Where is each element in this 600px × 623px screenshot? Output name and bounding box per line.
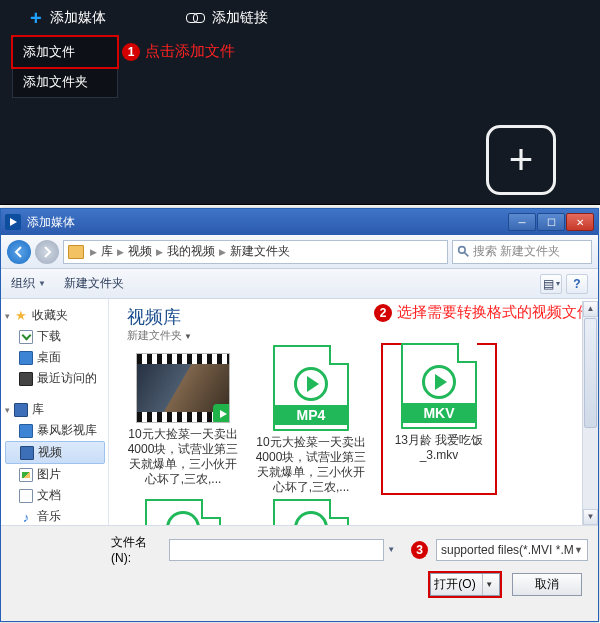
- file-name: 10元大捡菜一天卖出4000块，试营业第三天就爆单，三小伙开心坏了,三农,...: [127, 427, 239, 487]
- back-button[interactable]: [7, 240, 31, 264]
- video-icon: [20, 446, 34, 460]
- annot2-text: 选择需要转换格式的视频文件: [397, 303, 592, 322]
- svg-point-1: [459, 247, 466, 254]
- sidebar-documents[interactable]: 文档: [5, 485, 108, 506]
- bc-folder[interactable]: 新建文件夹: [230, 243, 290, 260]
- badge-1: 1: [122, 43, 140, 61]
- scroll-down-button[interactable]: ▼: [583, 509, 598, 525]
- view-mode-button[interactable]: ▤▾: [540, 274, 562, 294]
- video-file-icon[interactable]: [145, 499, 221, 525]
- bc-lib[interactable]: 库: [101, 243, 113, 260]
- filetype-select[interactable]: supported files(*.MVI *.M ▼: [436, 539, 588, 561]
- filename-input[interactable]: [169, 539, 384, 561]
- breadcrumb[interactable]: ▶ 库 ▶ 视频 ▶ 我的视频 ▶ 新建文件夹: [63, 240, 448, 264]
- forward-button: [35, 240, 59, 264]
- link-icon: [186, 12, 204, 24]
- sidebar-music[interactable]: ♪音乐: [5, 506, 108, 525]
- scroll-up-button[interactable]: ▲: [583, 301, 598, 317]
- bc-myvideo[interactable]: 我的视频: [167, 243, 215, 260]
- chevron-right-icon: ▶: [88, 247, 99, 257]
- big-add-tile[interactable]: +: [486, 125, 556, 195]
- library-subtitle: 新建文件夹▼: [127, 328, 588, 343]
- help-button[interactable]: ?: [566, 274, 588, 294]
- video-file-icon: MP4: [273, 345, 349, 431]
- chevron-down-icon: ▼: [184, 332, 192, 341]
- dialog-footer: 文件名(N): ▼ 3 supported files(*.MVI *.M ▼ …: [1, 525, 598, 621]
- format-badge: MP4: [275, 405, 347, 425]
- close-button[interactable]: ✕: [566, 213, 594, 231]
- play-icon: [213, 404, 230, 423]
- file-item-selected[interactable]: MKV 13月龄 我爱吃饭_3.mkv: [383, 353, 495, 495]
- sidebar: ▾★收藏夹 下载 桌面 最近访问的 ▾库 暴风影视库 视频 图片 文档 ♪音乐: [1, 299, 109, 525]
- sidebar-video[interactable]: 视频: [5, 441, 105, 464]
- search-placeholder: 搜索 新建文件夹: [473, 243, 560, 260]
- pictures-icon: [19, 468, 33, 482]
- svg-marker-3: [220, 410, 227, 418]
- documents-icon: [19, 489, 33, 503]
- chevron-down-icon: ▾: [5, 311, 10, 321]
- chevron-right-icon: ▶: [217, 247, 228, 257]
- annotation-step2: 2 选择需要转换格式的视频文件: [374, 303, 592, 322]
- sidebar-baofeng[interactable]: 暴风影视库: [5, 420, 108, 441]
- file-dialog: 添加媒体 ─ ☐ ✕ ▶ 库 ▶ 视频 ▶ 我的视频 ▶ 新建文件夹 搜索 新建…: [0, 208, 599, 622]
- annotation-step1: 1 点击添加文件: [122, 42, 235, 61]
- add-media-button[interactable]: + 添加媒体: [30, 9, 106, 27]
- chevron-right-icon: ▶: [115, 247, 126, 257]
- search-input[interactable]: 搜索 新建文件夹: [452, 240, 592, 264]
- annot1-text: 点击添加文件: [145, 42, 235, 61]
- chevron-down-icon[interactable]: ▼: [387, 545, 395, 554]
- filename-label: 文件名(N):: [111, 534, 163, 565]
- badge-2: 2: [374, 304, 392, 322]
- file-list-pane: 视频库 新建文件夹▼ 2 选择需要转换格式的视频文件 10元大捡菜一天卖出400…: [109, 299, 598, 525]
- title-bar: 添加媒体 ─ ☐ ✕: [1, 209, 598, 235]
- scrollbar[interactable]: ▲ ▼: [582, 301, 598, 525]
- dialog-body: ▾★收藏夹 下载 桌面 最近访问的 ▾库 暴风影视库 视频 图片 文档 ♪音乐 …: [1, 299, 598, 525]
- library-icon: [14, 403, 28, 417]
- chevron-right-icon: ▶: [154, 247, 165, 257]
- svg-line-2: [464, 252, 468, 256]
- file-name: 10元大捡菜一天卖出4000块，试营业第三天就爆单，三小伙开心坏了,三农,...: [255, 435, 367, 495]
- file-list: 10元大捡菜一天卖出4000块，试营业第三天就爆单，三小伙开心坏了,三农,...…: [127, 353, 588, 495]
- play-icon: [294, 367, 328, 401]
- scroll-thumb[interactable]: [584, 318, 597, 428]
- open-button[interactable]: 打开(O) ▼: [430, 573, 500, 596]
- format-badge: MKV: [403, 403, 475, 423]
- add-link-button[interactable]: 添加链接: [186, 9, 268, 27]
- file-list-row2: [127, 499, 588, 525]
- chevron-down-icon[interactable]: ▼: [482, 574, 496, 595]
- app-toolbar: + 添加媒体 添加链接: [0, 0, 600, 36]
- video-file-icon: MKV: [401, 343, 477, 429]
- folder-icon: [68, 245, 84, 259]
- search-icon: [457, 245, 470, 258]
- toolbar: 组织 ▼ 新建文件夹 ▤▾ ?: [1, 269, 598, 299]
- dialog-title: 添加媒体: [27, 214, 75, 231]
- sidebar-recent[interactable]: 最近访问的: [5, 368, 108, 389]
- desktop-icon: [19, 351, 33, 365]
- download-icon: [19, 330, 33, 344]
- file-item[interactable]: MP4 10元大捡菜一天卖出4000块，试营业第三天就爆单，三小伙开心坏了,三农…: [255, 353, 367, 495]
- video-thumbnail: [136, 353, 230, 423]
- sidebar-libraries[interactable]: ▾库: [5, 399, 108, 420]
- recent-icon: [19, 372, 33, 386]
- video-file-icon[interactable]: [273, 499, 349, 525]
- menu-add-folder[interactable]: 添加文件夹: [13, 67, 117, 97]
- music-icon: ♪: [19, 510, 33, 524]
- bc-video[interactable]: 视频: [128, 243, 152, 260]
- chevron-down-icon: ▾: [5, 405, 10, 415]
- sidebar-desktop[interactable]: 桌面: [5, 347, 108, 368]
- app-icon: [5, 214, 21, 230]
- sidebar-downloads[interactable]: 下载: [5, 326, 108, 347]
- file-item[interactable]: 10元大捡菜一天卖出4000块，试营业第三天就爆单，三小伙开心坏了,三农,...: [127, 353, 239, 495]
- cancel-button[interactable]: 取消: [512, 573, 582, 596]
- plus-icon: +: [30, 11, 42, 25]
- menu-add-file[interactable]: 添加文件: [13, 37, 117, 67]
- sidebar-favorites[interactable]: ▾★收藏夹: [5, 305, 108, 326]
- sidebar-pictures[interactable]: 图片: [5, 464, 108, 485]
- nav-bar: ▶ 库 ▶ 视频 ▶ 我的视频 ▶ 新建文件夹 搜索 新建文件夹: [1, 235, 598, 269]
- new-folder-button[interactable]: 新建文件夹: [64, 275, 124, 292]
- maximize-button[interactable]: ☐: [537, 213, 565, 231]
- organize-button[interactable]: 组织 ▼: [11, 275, 46, 292]
- add-link-label: 添加链接: [212, 9, 268, 27]
- chevron-down-icon: ▼: [38, 279, 46, 288]
- minimize-button[interactable]: ─: [508, 213, 536, 231]
